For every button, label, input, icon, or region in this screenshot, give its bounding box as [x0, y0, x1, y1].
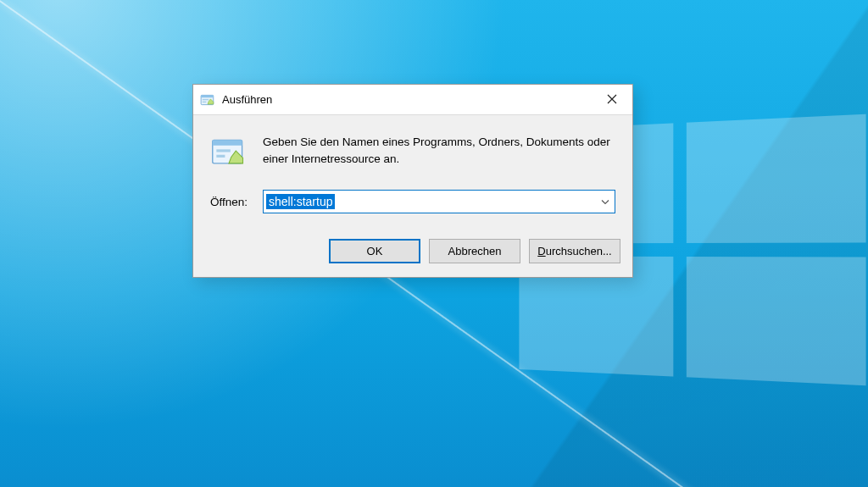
cancel-button-label: Abbrechen: [448, 245, 502, 257]
button-row: OK Abbrechen Durchsuchen...: [193, 227, 632, 277]
open-label: Öffnen:: [210, 196, 253, 208]
svg-rect-6: [216, 149, 231, 152]
open-input-value: shell:startup: [266, 194, 335, 209]
svg-rect-2: [203, 98, 209, 99]
ok-button-label: OK: [367, 245, 383, 257]
browse-button-label: Durchsuchen...: [537, 245, 611, 257]
browse-button[interactable]: Durchsuchen...: [529, 239, 620, 263]
close-button[interactable]: [592, 85, 632, 115]
titlebar[interactable]: Ausführen: [193, 85, 632, 115]
svg-rect-1: [201, 95, 214, 97]
svg-rect-3: [203, 101, 207, 102]
chevron-down-icon[interactable]: [601, 197, 609, 207]
svg-rect-5: [213, 140, 242, 145]
svg-rect-7: [216, 155, 225, 158]
dialog-title: Ausführen: [222, 93, 272, 106]
ok-button[interactable]: OK: [329, 239, 420, 263]
close-icon: [607, 92, 617, 107]
open-input[interactable]: shell:startup: [263, 190, 615, 213]
run-icon: [200, 92, 215, 108]
cancel-button[interactable]: Abbrechen: [429, 239, 520, 263]
dialog-description: Geben Sie den Namen eines Programms, Ord…: [263, 134, 615, 169]
run-icon-large: [210, 134, 248, 171]
dialog-body: Geben Sie den Namen eines Programms, Ord…: [193, 115, 632, 227]
run-dialog: Ausführen Geben Sie den Namen eines Prog…: [192, 84, 633, 278]
